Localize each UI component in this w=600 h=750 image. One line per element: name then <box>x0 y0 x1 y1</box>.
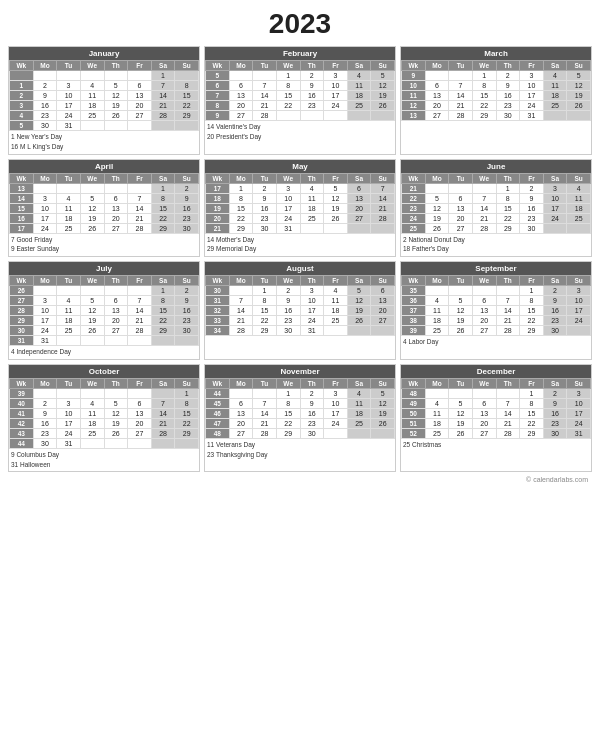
table-row: 512345 <box>206 71 395 81</box>
table-cell: 19 <box>104 418 128 428</box>
table-cell: 1 <box>520 286 544 296</box>
table-cell <box>371 223 395 233</box>
table-cell: 10 <box>33 306 57 316</box>
table-cell: 27 <box>347 213 371 223</box>
table-cell: 21 <box>496 316 520 326</box>
col-header-fr: Fr <box>520 378 544 388</box>
table-cell: 8 <box>276 398 300 408</box>
table-cell: 29 <box>520 326 544 336</box>
table-cell: 4 <box>57 193 81 203</box>
table-cell: 6 <box>229 81 253 91</box>
table-cell <box>33 183 57 193</box>
table-cell: 27 <box>371 316 395 326</box>
table-cell: 9 <box>33 408 57 418</box>
table-cell: 4 <box>300 183 324 193</box>
table-cell: 2 <box>33 81 57 91</box>
col-header-fr: Fr <box>520 276 544 286</box>
table-row: 3131 <box>10 336 199 346</box>
table-cell: 20 <box>128 418 152 428</box>
col-header-mo: Mo <box>33 276 57 286</box>
table-cell: 10 <box>567 296 591 306</box>
month-block-november: NovemberWkMoTuWeThFrSaSu4412345456789101… <box>204 364 396 473</box>
table-row: 21293031 <box>206 223 395 233</box>
table-cell: 14 <box>229 306 253 316</box>
table-cell <box>57 286 81 296</box>
table-row: 713141516171819 <box>206 91 395 101</box>
table-row: 35123 <box>402 286 591 296</box>
table-cell <box>371 326 395 336</box>
table-cell: 27 <box>10 296 34 306</box>
table-cell: 16 <box>543 408 567 418</box>
table-cell <box>300 223 324 233</box>
table-cell: 15 <box>175 408 199 418</box>
table-row: 912345 <box>402 71 591 81</box>
table-cell: 7 <box>496 296 520 306</box>
table-cell: 5 <box>10 121 34 131</box>
table-cell <box>347 428 371 438</box>
table-cell: 47 <box>206 418 230 428</box>
table-cell: 13 <box>128 408 152 418</box>
table-cell: 1 <box>472 71 496 81</box>
table-cell: 29 <box>10 316 34 326</box>
col-header-we: We <box>276 276 300 286</box>
table-row: 3818192021222324 <box>402 316 591 326</box>
table-cell: 21 <box>472 213 496 223</box>
col-header-fr: Fr <box>128 61 152 71</box>
table-row: 402345678 <box>10 398 199 408</box>
table-cell: 13 <box>10 183 34 193</box>
table-cell: 15 <box>472 91 496 101</box>
month-table-april: WkMoTuWeThFrSaSu131214345678915101112131… <box>9 173 199 234</box>
table-cell <box>151 388 175 398</box>
table-cell: 24 <box>33 326 57 336</box>
table-cell: 35 <box>402 286 426 296</box>
month-block-august: AugustWkMoTuWeThFrSaSu301234563178910111… <box>204 261 396 360</box>
table-cell: 3 <box>567 388 591 398</box>
table-row: 3428293031 <box>206 326 395 336</box>
col-header-tu: Tu <box>57 276 81 286</box>
table-cell: 9 <box>175 296 199 306</box>
col-header-su: Su <box>175 61 199 71</box>
note-item: 4 Independence Day <box>11 347 197 357</box>
table-cell: 28 <box>229 326 253 336</box>
table-cell: 22 <box>520 418 544 428</box>
table-row: 2612 <box>10 286 199 296</box>
table-cell: 20 <box>104 316 128 326</box>
table-row: 5225262728293031 <box>402 428 591 438</box>
table-cell: 25 <box>347 418 371 428</box>
col-header-th: Th <box>300 61 324 71</box>
table-cell: 20 <box>472 418 496 428</box>
table-cell: 13 <box>402 111 426 121</box>
col-header-wk: Wk <box>206 276 230 286</box>
table-cell <box>80 121 104 131</box>
table-cell: 21 <box>151 101 175 111</box>
note-item: 4 Labor Day <box>403 337 589 347</box>
table-cell: 31 <box>520 111 544 121</box>
col-header-sa: Sa <box>543 61 567 71</box>
table-cell: 23 <box>300 101 324 111</box>
month-title-january: January <box>9 47 199 60</box>
table-cell: 12 <box>425 203 449 213</box>
note-item: 18 Father's Day <box>403 244 589 254</box>
table-cell: 19 <box>371 408 395 418</box>
table-cell: 1 <box>229 183 253 193</box>
table-cell: 21 <box>402 183 426 193</box>
year-title: 2023 <box>8 8 592 40</box>
table-cell: 18 <box>425 316 449 326</box>
table-cell: 46 <box>206 408 230 418</box>
table-cell: 15 <box>10 203 34 213</box>
table-cell: 24 <box>33 223 57 233</box>
table-cell <box>496 388 520 398</box>
table-row: 5011121314151617 <box>402 408 591 418</box>
table-cell: 1 <box>151 286 175 296</box>
table-cell: 22 <box>151 316 175 326</box>
table-row: 4323242526272829 <box>10 428 199 438</box>
table-cell <box>151 438 175 448</box>
table-cell: 13 <box>472 306 496 316</box>
table-cell: 25 <box>425 428 449 438</box>
note-item: 16 M L King's Day <box>11 142 197 152</box>
table-cell <box>371 111 395 121</box>
table-cell: 30 <box>206 286 230 296</box>
col-header-we: We <box>276 378 300 388</box>
table-cell: 11 <box>402 91 426 101</box>
table-cell: 5 <box>371 388 395 398</box>
